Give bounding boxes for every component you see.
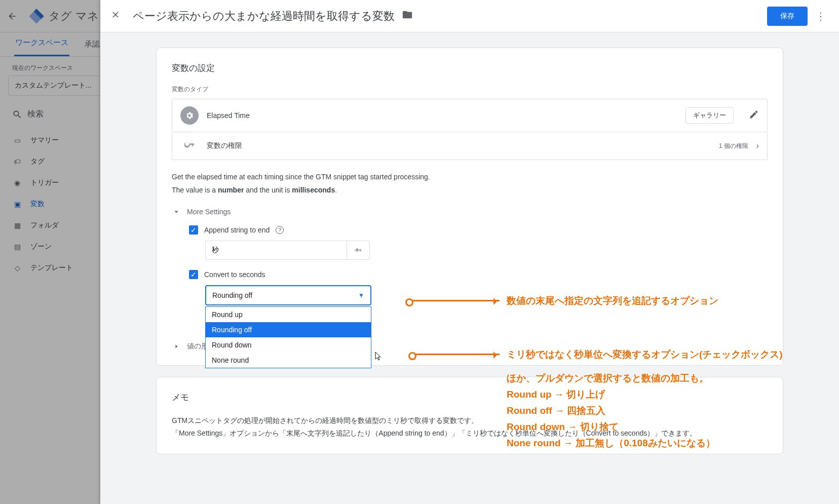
type-label: 変数のタイプ <box>172 85 768 94</box>
memo-line1: GTMスニペットタグの処理が開始されてからの経過時間を数値型のミリ秒で取得する変… <box>172 414 768 427</box>
variable-drawer: ページ表示からの大まかな経過時間を取得する変数 保存 ⋮ 変数の設定 変数のタイ… <box>100 0 839 504</box>
save-button[interactable]: 保存 <box>767 7 808 26</box>
convert-checkbox-row[interactable]: ✓ Convert to seconds <box>189 270 768 279</box>
close-icon <box>110 10 121 20</box>
annotation-connector-2 <box>411 354 500 355</box>
drawer-title: ページ表示からの大まかな経過時間を取得する変数 <box>133 9 395 24</box>
edit-icon[interactable] <box>749 109 759 122</box>
checkbox-checked-icon[interactable]: ✓ <box>189 270 198 279</box>
annotation-none-round: None round → 加工無し（0.108みたいになる） <box>507 436 715 450</box>
variable-type-name: Elapsed Time <box>207 111 677 120</box>
config-heading: 変数の設定 <box>172 62 768 74</box>
annotation-connector-1 <box>408 300 500 301</box>
rounding-option-round-up[interactable]: Round up <box>206 307 371 322</box>
help-icon[interactable]: ? <box>276 226 284 234</box>
chevron-down-icon <box>172 207 181 216</box>
rounding-option-round-down[interactable]: Round down <box>206 337 371 353</box>
gallery-button[interactable]: ギャラリー <box>685 107 734 124</box>
folder-icon[interactable] <box>402 9 413 23</box>
rounding-option-none-round[interactable]: None round <box>206 353 371 368</box>
more-menu-button[interactable]: ⋮ <box>813 6 829 26</box>
close-button[interactable] <box>106 6 125 27</box>
gear-icon <box>180 106 199 125</box>
cursor-icon <box>375 352 383 364</box>
permissions-label: 変数の権限 <box>207 141 711 150</box>
memo-heading: メモ <box>172 392 768 403</box>
rounding-select[interactable]: Rounding off ▼ <box>205 285 371 305</box>
chevron-right-icon: › <box>756 141 759 150</box>
drawer-body: 変数の設定 変数のタイプ Elapsed Time ギャラリー 変数の権限 1 … <box>100 32 839 504</box>
append-string-input[interactable] <box>205 241 347 260</box>
key-icon <box>180 139 199 152</box>
annotation-dropdown-intro: ほか、プルダウンで選択すると数値の加工も。 <box>507 371 709 385</box>
rounding-select-wrap: Rounding off ▼ Round up Rounding off Rou… <box>205 285 371 305</box>
append-input-group <box>205 241 768 260</box>
insert-variable-button[interactable] <box>347 241 370 260</box>
caret-down-icon: ▼ <box>358 292 364 299</box>
variable-config-card: 変数の設定 変数のタイプ Elapsed Time ギャラリー 変数の権限 1 … <box>156 48 783 366</box>
permissions-count: 1 個の権限 <box>719 142 748 150</box>
convert-label: Convert to seconds <box>204 270 265 279</box>
annotation-append: 数値の末尾へ指定の文字列を追記するオプション <box>507 293 718 308</box>
annotation-round-down: Round down → 切り捨て <box>507 419 619 434</box>
rounding-option-rounding-off[interactable]: Rounding off <box>206 322 371 337</box>
annotation-convert: ミリ秒ではなく秒単位へ変換するオプション(チェックボックス) <box>507 347 783 362</box>
checkbox-checked-icon[interactable]: ✓ <box>189 225 198 235</box>
drawer-header: ページ表示からの大まかな経過時間を取得する変数 保存 ⋮ <box>100 0 839 32</box>
rounding-dropdown: Round up Rounding off Round down None ro… <box>205 306 371 368</box>
more-settings-toggle[interactable]: More Settings <box>172 207 768 216</box>
append-checkbox-row[interactable]: ✓ Append string to end ? <box>189 225 768 235</box>
description-line1: Get the elapsed time at each timing sinc… <box>172 171 768 182</box>
append-label: Append string to end <box>204 226 270 234</box>
chevron-right-icon <box>172 342 181 351</box>
annotation-round-off: Round off → 四捨五入 <box>507 403 605 418</box>
annotation-round-up: Round up → 切り上げ <box>507 387 605 402</box>
brick-plus-icon <box>353 245 363 255</box>
description-line2: The value is a number and the unit is mi… <box>172 184 768 196</box>
variable-type-row[interactable]: Elapsed Time ギャラリー <box>172 99 768 132</box>
variable-permissions-row[interactable]: 変数の権限 1 個の権限 › <box>172 132 768 160</box>
rounding-selected-value: Rounding off <box>212 291 252 299</box>
more-settings-label: More Settings <box>187 208 231 216</box>
